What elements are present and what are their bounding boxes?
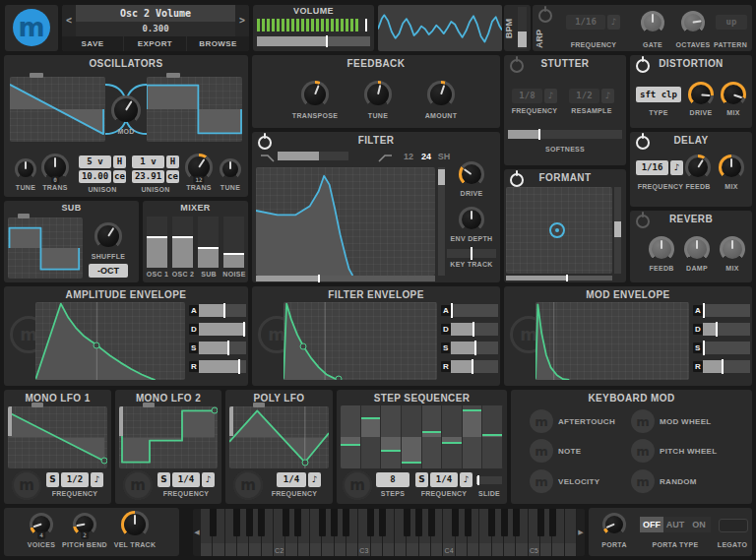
lfo2-mod-source-icon[interactable]: m: [123, 470, 153, 500]
arp-octaves-knob[interactable]: [681, 11, 705, 34]
volume-slider[interactable]: [257, 36, 370, 46]
arp-pattern-select[interactable]: up: [716, 15, 747, 30]
stutter-resample-note-icon[interactable]: ♪: [601, 89, 614, 103]
distortion-drive-knob[interactable]: [688, 82, 714, 107]
amp-attack-slider[interactable]: [199, 304, 246, 317]
formant-x-slider[interactable]: [506, 276, 612, 280]
poly-lfo-phase-handle[interactable]: [253, 403, 265, 407]
delay-frequency-note-icon[interactable]: ♪: [670, 160, 683, 175]
lfo2-phase-handle[interactable]: [143, 403, 155, 407]
patch-prev-button[interactable]: <: [62, 5, 76, 36]
keyboard-scroll-right-icon[interactable]: ▶: [577, 509, 585, 556]
lfo1-phase-handle[interactable]: [32, 403, 43, 407]
mod-decay-slider[interactable]: [703, 323, 750, 336]
arp-power-icon[interactable]: [538, 9, 552, 23]
osc2-unison-voices[interactable]: 1 v: [132, 156, 164, 168]
step-sequencer-display[interactable]: [341, 405, 503, 468]
pitch-wheel-mod-source-icon[interactable]: m: [631, 439, 655, 463]
aftertouch-mod-source-icon[interactable]: m: [530, 409, 553, 433]
osc2-tune-knob[interactable]: [220, 158, 241, 180]
poly-lfo-frequency-select[interactable]: 1/4: [277, 472, 306, 487]
feedback-tune-knob[interactable]: [364, 81, 392, 108]
filter-attack-slider[interactable]: [451, 304, 498, 317]
distortion-type-select[interactable]: sft clp: [636, 87, 681, 102]
lfo2-sync-icon[interactable]: S: [158, 472, 170, 487]
amp-release-slider[interactable]: [199, 360, 246, 373]
bpm-slider[interactable]: [518, 7, 527, 49]
delay-feedback-knob[interactable]: [685, 155, 711, 180]
stutter-frequency-select[interactable]: 1/8: [512, 89, 542, 103]
keyboard-keys[interactable]: C2C3C4C5: [201, 509, 577, 556]
delay-frequency-select[interactable]: 1/16: [636, 160, 668, 175]
sub-octave-button[interactable]: -OCT: [89, 264, 128, 278]
lfo2-amp-handle[interactable]: [119, 406, 123, 436]
filter-env-display[interactable]: [284, 302, 437, 380]
filter-decay-slider[interactable]: [451, 323, 498, 336]
reverb-feedback-knob[interactable]: [649, 236, 674, 262]
keyboard-scroll-left-icon[interactable]: ◀: [193, 509, 201, 556]
export-button[interactable]: EXPORT: [124, 36, 186, 51]
porta-type-auto-button[interactable]: AUT: [663, 517, 687, 532]
filter-sustain-slider[interactable]: [451, 342, 498, 354]
filter-env-depth-knob[interactable]: [459, 207, 484, 232]
arp-frequency-note-icon[interactable]: ♪: [607, 15, 620, 30]
voices-knob[interactable]: 4: [30, 513, 53, 536]
mixer-osc2-slider[interactable]: [172, 217, 193, 268]
mod-attack-slider[interactable]: [703, 304, 750, 317]
filter-resonance-slider[interactable]: [438, 167, 445, 276]
stepseq-mod-source-icon[interactable]: m: [343, 470, 372, 500]
vel-track-knob[interactable]: [121, 511, 149, 538]
arp-gate-knob[interactable]: [641, 11, 664, 34]
note-mod-source-icon[interactable]: m: [530, 439, 553, 463]
stepseq-sync-icon[interactable]: S: [415, 472, 428, 487]
stepseq-steps-select[interactable]: 8: [376, 472, 410, 487]
filter-blend-slider[interactable]: [278, 152, 348, 160]
osc1-unison-harmonize[interactable]: H: [113, 156, 126, 168]
lfo2-note-icon[interactable]: ♪: [202, 472, 215, 487]
piano-keyboard[interactable]: ◀ C2C3C4C5 ▶: [193, 509, 585, 556]
stepseq-frequency-select[interactable]: 1/4: [430, 472, 458, 487]
reverb-mix-knob[interactable]: [720, 236, 745, 262]
osc1-waveform-display[interactable]: [10, 77, 105, 142]
osc1-unison-detune[interactable]: 10.00: [79, 170, 111, 183]
poly-lfo-amp-handle[interactable]: [229, 406, 233, 436]
sub-phase-handle[interactable]: [18, 214, 30, 218]
mod-release-slider[interactable]: [703, 360, 750, 373]
filter-24db-button[interactable]: 24: [417, 149, 435, 164]
osc2-phase-handle[interactable]: [166, 73, 180, 78]
feedback-amount-knob[interactable]: [427, 81, 455, 108]
lfo1-frequency-select[interactable]: 1/2: [61, 472, 89, 487]
stepseq-note-icon[interactable]: ♪: [460, 472, 472, 487]
stepseq-slide-slider[interactable]: [476, 476, 502, 484]
sub-shuffle-knob[interactable]: [94, 222, 122, 250]
filter-12db-button[interactable]: 12: [400, 149, 417, 164]
mixer-sub-slider[interactable]: [198, 217, 219, 268]
osc-mod-knob[interactable]: [111, 95, 141, 125]
browse-button[interactable]: BROWSE: [187, 36, 249, 51]
formant-y-slider[interactable]: [614, 187, 621, 274]
feedback-transpose-knob[interactable]: [301, 81, 329, 108]
filter-key-track-slider[interactable]: [447, 249, 496, 258]
osc2-trans-knob[interactable]: 12: [185, 154, 213, 181]
mod-env-display[interactable]: [536, 302, 689, 380]
poly-lfo-mod-source-icon[interactable]: m: [233, 470, 263, 500]
formant-xy-pad[interactable]: [506, 187, 612, 274]
lfo1-amp-handle[interactable]: [8, 406, 12, 436]
osc2-unison-harmonize[interactable]: H: [166, 156, 179, 168]
mod-sustain-slider[interactable]: [703, 342, 750, 354]
lfo1-sync-icon[interactable]: S: [46, 472, 59, 487]
distortion-mix-knob[interactable]: [721, 82, 746, 107]
legato-toggle[interactable]: [719, 519, 748, 532]
stutter-frequency-note-icon[interactable]: ♪: [544, 89, 557, 103]
poly-lfo-note-icon[interactable]: ♪: [308, 472, 321, 487]
porta-type-on-button[interactable]: ON: [687, 517, 711, 532]
lfo1-display[interactable]: [8, 406, 107, 468]
mixer-noise-slider[interactable]: [223, 217, 244, 268]
osc1-phase-handle[interactable]: [30, 73, 43, 78]
amp-env-display[interactable]: [35, 302, 185, 380]
lfo2-display[interactable]: [119, 406, 218, 468]
poly-lfo-display[interactable]: [229, 406, 329, 468]
osc1-unison-voices[interactable]: 5 v: [79, 156, 111, 168]
filter-release-slider[interactable]: [451, 360, 498, 373]
delay-mix-knob[interactable]: [719, 155, 744, 180]
